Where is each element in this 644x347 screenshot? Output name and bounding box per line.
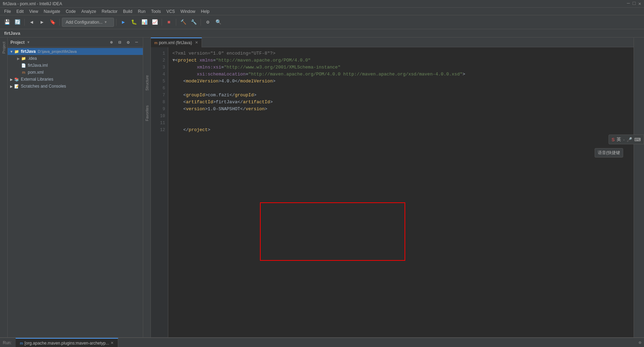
debug-button[interactable]: 🐛: [129, 17, 139, 27]
tab-project[interactable]: Project: [1, 39, 7, 56]
iml-label: firtJava.iml: [28, 63, 48, 68]
project-panel-title-area: Project ▼: [10, 40, 30, 45]
line-num-9: 9: [151, 106, 165, 113]
line-num-12: 12: [151, 127, 165, 134]
project-panel: Project ▼ ⊕ ⊟ ⚙ ─ ▼ 📁 firtJava D:\java_p…: [8, 38, 143, 337]
stop-button[interactable]: ■: [164, 17, 174, 27]
menu-tools[interactable]: Tools: [148, 8, 164, 15]
project-panel-header: Project ▼ ⊕ ⊟ ⚙ ─: [8, 38, 143, 47]
tab-favorites[interactable]: Favorites: [144, 103, 150, 124]
menu-navigate[interactable]: Navigate: [41, 8, 63, 15]
profile-button[interactable]: 📈: [150, 17, 160, 27]
run-tab-close[interactable]: ✕: [111, 341, 114, 345]
menu-code[interactable]: Code: [63, 8, 79, 15]
back-button[interactable]: ◀: [27, 17, 36, 27]
project-dropdown-icon[interactable]: ▼: [27, 40, 30, 44]
build-project-button[interactable]: 🔨: [178, 17, 188, 27]
line-num-5: 5: [151, 78, 165, 85]
line-num-7: 7: [151, 92, 165, 99]
window-title: firtJava - pom.xml - IntelliJ IDEA: [3, 1, 62, 6]
idea-folder-icon: 📁: [21, 56, 26, 61]
im-tooltip-text: 语音(快捷键: [598, 150, 620, 155]
scratches-label: Scratches and Consoles: [21, 84, 66, 89]
forward-button[interactable]: ▶: [37, 17, 47, 27]
right-panel: [634, 38, 644, 337]
im-keyboard-icon[interactable]: ⌨: [634, 137, 641, 142]
line-num-10: 10: [151, 113, 165, 120]
save-button[interactable]: 💾: [2, 17, 12, 27]
tree-root-item[interactable]: ▼ 📁 firtJava D:\java_project\firtJava: [8, 48, 143, 55]
tree-item-ext-libs[interactable]: ▶ 📚 External Libraries: [8, 76, 143, 83]
run-button[interactable]: ▶: [119, 17, 128, 27]
pom-tab-icon: m: [154, 41, 157, 45]
project-panel-actions: ⊕ ⊟ ⚙ ─: [108, 39, 140, 46]
menu-file[interactable]: File: [1, 8, 14, 15]
close-btn[interactable]: ✕: [638, 1, 641, 7]
line-num-2: 2: [151, 57, 165, 64]
ext-libs-arrow[interactable]: ▶: [9, 78, 14, 81]
collapse-button[interactable]: ⊟: [116, 39, 123, 46]
locate-button[interactable]: ⊕: [108, 39, 115, 46]
minimize-panel-button[interactable]: ─: [133, 39, 140, 46]
editor-area: m pom.xml (firtJava) ✕ 1 2 3 4 5 6 7 8 9…: [151, 38, 634, 337]
line-numbers: 1 2 3 4 5 6 7 8 9 10 11 12: [151, 47, 168, 337]
editor-content-area: 1 2 3 4 5 6 7 8 9 10 11 12 <?xml version…: [151, 47, 634, 337]
tree-item-scratches[interactable]: ▶ 📝 Scratches and Consoles: [8, 83, 143, 90]
search-everywhere-button[interactable]: 🔍: [213, 17, 223, 27]
menu-help[interactable]: Help: [198, 8, 212, 15]
bookmark-button[interactable]: 🔖: [48, 17, 57, 27]
bottom-tab-bar: Run: m [org.apache.maven.plugins:maven-a…: [0, 338, 644, 347]
idea-expand-arrow[interactable]: ▶: [16, 57, 21, 60]
sync-button[interactable]: 🔄: [13, 17, 22, 27]
pom-tab-close[interactable]: ✕: [195, 40, 198, 45]
settings-button[interactable]: ⚙: [203, 17, 213, 27]
menu-vcs[interactable]: VCS: [164, 8, 178, 15]
ext-libs-label: External Libraries: [21, 77, 53, 82]
run-text: Run:: [3, 340, 11, 345]
maximize-btn[interactable]: □: [633, 1, 635, 7]
code-editor[interactable]: <?xml version="1.0" encoding="UTF-8"?> ▼…: [168, 47, 634, 337]
settings-panel-button[interactable]: ⚙: [125, 39, 132, 46]
tab-pom-xml[interactable]: m pom.xml (firtJava) ✕: [151, 38, 202, 47]
project-tree: ▼ 📁 firtJava D:\java_project\firtJava ▶ …: [8, 47, 143, 337]
line-num-3: 3: [151, 64, 165, 71]
line-num-1: 1: [151, 50, 165, 57]
add-config-label: Add Configuration...: [66, 20, 103, 25]
add-configuration-button[interactable]: Add Configuration... ▼: [62, 18, 114, 27]
menu-view[interactable]: View: [26, 8, 41, 15]
menu-window[interactable]: Window: [178, 8, 198, 15]
menu-build[interactable]: Build: [120, 8, 135, 15]
menu-refactor[interactable]: Refactor: [99, 8, 120, 15]
project-panel-label: Project: [10, 40, 25, 45]
scratches-arrow[interactable]: ▶: [9, 84, 14, 88]
root-path: D:\java_project\firtJava: [38, 49, 77, 54]
scratch-icon: 📝: [14, 83, 19, 89]
line-num-11: 11: [151, 120, 165, 127]
coverage-button[interactable]: 📊: [139, 17, 149, 27]
idea-label: .idea: [28, 56, 37, 61]
minimize-btn[interactable]: ─: [627, 1, 630, 7]
left-tab-strip: Project: [0, 38, 8, 337]
toolbar-separator-6: [201, 19, 201, 26]
tree-item-pom[interactable]: m pom.xml: [8, 69, 143, 76]
menu-edit[interactable]: Edit: [14, 8, 26, 15]
line-num-6: 6: [151, 85, 165, 92]
build-module-button[interactable]: 🔧: [189, 17, 198, 27]
tree-item-idea[interactable]: ▶ 📁 .idea: [8, 55, 143, 62]
toolbar-separator-3: [116, 19, 116, 26]
menu-analyze[interactable]: Analyze: [79, 8, 99, 15]
im-lang-label[interactable]: 英: [617, 136, 621, 143]
menu-run[interactable]: Run: [135, 8, 148, 15]
tab-structure[interactable]: Structure: [144, 72, 150, 94]
root-name: firtJava: [21, 49, 36, 54]
root-folder-icon: 📁: [14, 49, 19, 54]
run-tab-icon: m: [20, 341, 23, 345]
tab-run-active[interactable]: m [org.apache.maven.plugins:maven-archet…: [16, 338, 118, 347]
im-brand-icon: S: [612, 137, 615, 142]
root-expand-arrow[interactable]: ▼: [9, 50, 14, 54]
im-mic-icon[interactable]: 🎤: [627, 137, 632, 142]
input-method-toolbar[interactable]: S 英 · 🎤 ⌨: [609, 135, 644, 144]
im-tooltip: 语音(快捷键: [595, 148, 623, 158]
tree-item-iml[interactable]: 📄 firtJava.iml: [8, 62, 143, 69]
bottom-settings-icon[interactable]: ⚙: [639, 340, 641, 345]
